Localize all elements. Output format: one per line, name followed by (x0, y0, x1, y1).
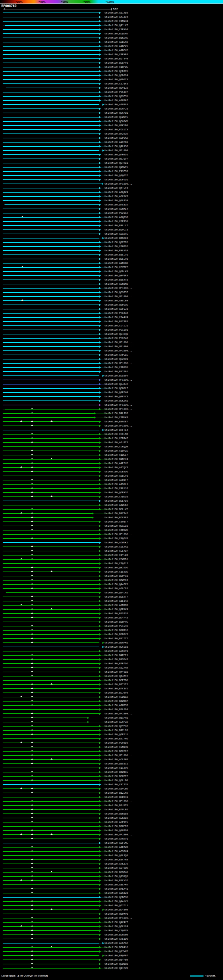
hit-label[interactable]: UniRef100_UP1000... (104, 404, 132, 406)
hit-bar[interactable] (3, 893, 99, 893)
hit-label[interactable]: UniRef100_C2A4Y4 (104, 316, 128, 319)
hit-bar[interactable] (3, 100, 99, 101)
hit-bar[interactable] (3, 267, 99, 268)
hit-bar[interactable] (3, 738, 99, 739)
hit-bar[interactable] (3, 17, 99, 18)
hit-bar[interactable] (3, 346, 99, 347)
hit-label[interactable]: UniRef100_B6WTI6 (104, 579, 128, 582)
hit-label[interactable]: UniRef100_Q44225 (104, 583, 128, 586)
hit-bar[interactable] (3, 375, 99, 376)
hit-label[interactable]: UniRef100_Q9PEJ1 (104, 733, 128, 736)
hit-bar[interactable] (3, 692, 99, 693)
hit-bar[interactable] (3, 855, 99, 856)
hit-bar[interactable] (3, 171, 99, 172)
hit-bar[interactable] (3, 488, 99, 489)
hit-label[interactable]: UniRef100_Q89MP6 (104, 913, 128, 915)
hit-bar[interactable] (3, 263, 99, 264)
hit-label[interactable]: UniRef100_Q24LN1 (104, 591, 128, 594)
hit-label[interactable]: UniRef100_Q0VGF2 (104, 274, 128, 277)
hit-label[interactable]: UniRef100_UP1000... (104, 345, 132, 348)
hit-bar[interactable] (3, 350, 99, 351)
hit-bar[interactable] (3, 638, 99, 639)
hit-label[interactable]: UniRef100_UP1000... (104, 183, 132, 185)
hit-bar[interactable] (3, 722, 87, 722)
hit-label[interactable]: UniRef100_A5G7G2 (104, 942, 128, 945)
hit-label[interactable]: UniRef100_B5NGY3 (104, 633, 128, 636)
hit-label[interactable]: UniRef100_Q11PH1 (104, 716, 128, 719)
hit-bar[interactable] (3, 183, 102, 184)
hit-bar[interactable] (3, 964, 99, 964)
hit-bar[interactable] (3, 146, 99, 147)
hit-bar[interactable] (3, 208, 99, 209)
hit-label[interactable]: UniRef100_P93Z53 (104, 170, 128, 173)
hit-bar[interactable] (3, 338, 99, 339)
hit-label[interactable]: UniRef100_Q5W1T5 (104, 116, 128, 119)
hit-bar[interactable] (3, 325, 99, 326)
hit-bar[interactable] (3, 321, 99, 322)
hit-bar[interactable] (3, 651, 99, 651)
hit-label[interactable]: UniRef100_B9J0Y0 (104, 692, 128, 694)
hit-bar[interactable] (3, 613, 99, 614)
hit-label[interactable]: UniRef100_A7HB33 (104, 704, 128, 707)
hit-bar[interactable] (3, 292, 99, 293)
hit-label[interactable]: UniRef100_A9BP25 (104, 45, 128, 48)
hit-bar[interactable] (3, 726, 99, 727)
hit-bar[interactable] (3, 880, 99, 881)
hit-label[interactable]: UniRef100_UP1000... (104, 800, 132, 803)
hit-bar[interactable] (3, 359, 99, 360)
hit-label[interactable]: UniRef100_A5K9E9 (104, 817, 128, 819)
hit-bar[interactable] (3, 108, 99, 109)
hit-label[interactable]: UniRef100_A9XYB1 (104, 141, 128, 143)
hit-label[interactable]: UniRef100_B0QP07 (104, 954, 128, 957)
hit-bar[interactable] (3, 196, 99, 197)
hit-bar[interactable] (3, 75, 99, 76)
hit-bar[interactable] (3, 317, 99, 318)
hit-label[interactable]: UniRef100_B3SM48 (104, 871, 128, 873)
hit-bar[interactable] (3, 33, 99, 34)
hit-label[interactable]: UniRef100_Q4H591 (104, 153, 128, 156)
hit-bar[interactable] (3, 438, 99, 439)
hit-bar[interactable] (3, 217, 99, 218)
hit-bar[interactable] (3, 271, 99, 272)
hit-bar[interactable] (3, 180, 99, 180)
hit-label[interactable]: UniRef100_B8LLP3 (104, 258, 128, 260)
hit-label[interactable]: UniRef100_Q2W8W3 (104, 963, 128, 966)
hit-label[interactable]: UniRef100_B4ZS42 (104, 512, 128, 515)
hit-bar[interactable] (3, 476, 99, 476)
hit-bar[interactable] (3, 526, 99, 526)
hit-label[interactable]: UniRef100_C9YZJ1 (104, 325, 128, 327)
hit-bar[interactable] (3, 284, 99, 284)
hit-bar[interactable] (3, 255, 99, 255)
hit-label[interactable]: UniRef100_C1SJQ5 (104, 571, 128, 573)
hit-bar[interactable] (3, 905, 99, 906)
hit-bar[interactable] (3, 167, 99, 167)
hit-label[interactable]: UniRef100_B9XLC8 (104, 729, 128, 732)
hit-bar[interactable] (3, 751, 99, 752)
hit-bar[interactable] (3, 38, 99, 38)
hit-bar[interactable] (3, 275, 99, 276)
hit-bar[interactable] (3, 788, 99, 789)
hit-bar[interactable] (3, 955, 99, 956)
hit-bar[interactable] (3, 434, 99, 434)
hit-bar[interactable] (3, 259, 99, 259)
hit-label[interactable]: UniRef100_A0P8F5 (104, 821, 128, 824)
hit-bar[interactable] (3, 830, 99, 831)
hit-bar[interactable] (3, 250, 99, 251)
hit-bar[interactable] (3, 542, 99, 543)
hit-label[interactable]: UniRef100_Q5GPM1 (104, 641, 128, 644)
hit-label[interactable]: UniRef100_A7QB36 (104, 216, 128, 219)
hit-label[interactable]: UniRef100_A6LFM4 (104, 758, 128, 761)
hit-label[interactable]: UniRef100_A9NML4 (104, 208, 128, 210)
hit-bar[interactable] (3, 538, 99, 539)
hit-bar[interactable] (3, 913, 99, 914)
hit-label[interactable]: UniRef100_C0HGG2 (104, 245, 128, 248)
hit-bar[interactable] (3, 676, 99, 676)
hit-label[interactable]: UniRef100_B3C7N8 (104, 858, 128, 861)
hit-bar[interactable] (3, 680, 99, 681)
hit-label[interactable]: UniRef100_Q948H0 (104, 908, 128, 911)
hit-bar[interactable] (3, 864, 99, 864)
hit-label[interactable]: UniRef100_B0U2T2 (104, 775, 128, 778)
hit-label[interactable]: UniRef100_UP1000... (104, 408, 132, 410)
hit-bar[interactable] (3, 200, 99, 201)
hit-bar[interactable] (3, 713, 99, 714)
